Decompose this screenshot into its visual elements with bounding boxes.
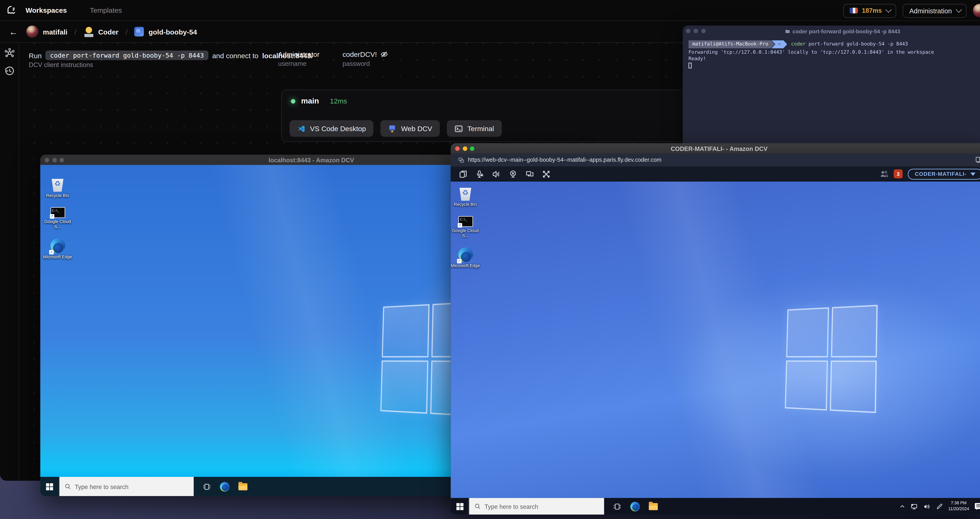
edge-icon: ↗ <box>50 239 65 253</box>
taskbar-edge-button[interactable] <box>220 482 229 491</box>
start-button[interactable] <box>40 477 59 496</box>
microphone-muted-icon[interactable] <box>476 170 484 178</box>
command-prompt-icon: C:\_↗ <box>50 207 65 218</box>
taskbar-search[interactable]: Type here to search <box>59 477 194 496</box>
dcv-client-instructions-link[interactable]: DCV client instructions <box>29 61 93 68</box>
webcam-off-icon[interactable] <box>509 170 517 178</box>
site-icon <box>458 157 464 163</box>
back-arrow-icon[interactable]: ← <box>9 27 18 37</box>
taskbar-clock[interactable]: 7:38 PM 11/20/2024 <box>948 501 969 512</box>
username-label: username <box>278 60 320 67</box>
template-emoji-icon <box>83 27 94 37</box>
left-sidebar <box>0 43 19 481</box>
coder-logo[interactable] <box>6 5 16 16</box>
file-explorer-button[interactable] <box>649 503 658 510</box>
search-icon <box>65 483 71 490</box>
window-title: CODER-MATIFALI- - Amazon DCV <box>450 145 980 152</box>
fullscreen-icon[interactable] <box>542 170 550 178</box>
port-forward-instructions: Run coder port-forward gold-booby-54 -p … <box>29 51 313 60</box>
agent-name: main <box>301 96 319 105</box>
dropdown-triangle-icon <box>970 172 975 175</box>
desktop-icon-google-cloud[interactable]: C:\_↗ Google Cloud S... <box>450 216 480 239</box>
desktop-icon-recycle-bin[interactable]: ♻ Recycle Bin <box>43 177 72 198</box>
terminal-button[interactable]: Terminal <box>447 120 501 137</box>
password-label: password <box>343 60 388 67</box>
desktop-icon-google-cloud[interactable]: C:\_↗ Google Cloud S... <box>43 207 72 230</box>
administration-menu[interactable]: Administration <box>903 3 967 18</box>
shortcut-arrow-icon: ↗ <box>49 214 54 219</box>
url-text[interactable]: https://web-dcv--main--gold-booby-54--ma… <box>468 157 662 163</box>
collaborators-icon[interactable] <box>880 170 889 178</box>
nav-workspaces[interactable]: Workspaces <box>25 6 67 14</box>
folder-icon <box>785 29 790 33</box>
terminal-body[interactable]: matifali@Atifs-MacBook-Pro ~ coder port-… <box>682 37 980 73</box>
breadcrumb-template[interactable]: Coder <box>98 28 119 35</box>
terminal-output-line: Ready! <box>689 56 980 62</box>
vscode-icon <box>298 124 305 132</box>
breadcrumb-workspace[interactable]: gold-booby-54 <box>149 28 197 35</box>
desktop-icon-edge[interactable]: ↗ Microsoft Edge <box>450 248 480 269</box>
chevron-down-icon <box>886 6 892 13</box>
top-navbar: Workspaces Templates 187ms Administratio… <box>0 0 980 21</box>
workspace-icon <box>134 27 144 37</box>
file-explorer-button[interactable] <box>239 483 248 490</box>
vscode-desktop-button[interactable]: VS Code Desktop <box>290 120 374 137</box>
shortcut-arrow-icon: ↗ <box>49 250 54 255</box>
breadcrumb-user[interactable]: matifali <box>43 28 68 35</box>
clipboard-icon[interactable] <box>459 170 467 178</box>
system-tray: 7:38 PM 11/20/2024 1 <box>900 498 980 515</box>
agent-status-dot <box>291 99 295 103</box>
web-dcv-button[interactable]: Web DCV <box>381 120 440 137</box>
owner-avatar <box>26 25 38 38</box>
speaker-icon[interactable] <box>492 170 500 178</box>
tray-expand-icon[interactable] <box>900 503 905 509</box>
eye-off-icon[interactable] <box>380 51 388 58</box>
nav-templates[interactable]: Templates <box>90 6 122 14</box>
start-button[interactable] <box>450 498 468 515</box>
username-value[interactable]: Administrator <box>278 51 320 58</box>
pen-icon[interactable] <box>936 503 943 510</box>
desktop-icon-edge[interactable]: ↗ Microsoft Edge <box>43 239 72 260</box>
dcv-window-coder-matifali: CODER-MATIFALI- - Amazon DCV https://web… <box>450 143 980 515</box>
network-icon[interactable] <box>911 503 918 510</box>
agent-latency: 12ms <box>330 97 347 105</box>
france-flag-icon <box>850 8 858 13</box>
page-action-icon[interactable] <box>975 157 980 163</box>
taskbar-edge-button[interactable] <box>630 501 640 511</box>
password-value[interactable]: coderDCV! <box>343 51 377 58</box>
dcv-monitor-icon <box>388 124 396 132</box>
command-name: coder <box>791 41 806 48</box>
windows-start-icon <box>456 503 463 510</box>
url-bar[interactable]: https://web-dcv--main--gold-booby-54--ma… <box>450 153 980 167</box>
recycle-bin-icon: ♻ <box>51 177 65 192</box>
windows-start-icon <box>46 483 53 490</box>
task-view-button[interactable] <box>203 482 211 490</box>
session-count-badge[interactable]: 3 <box>894 169 903 178</box>
command-args: port-forward gold-booby-54 -p 8443 <box>808 41 908 48</box>
terminal-window: coder port-forward gold-booby-54 -p 8443… <box>682 25 980 147</box>
port-forward-command[interactable]: coder port-forward gold-booby-54 -p 8443 <box>46 51 208 60</box>
task-view-button[interactable] <box>613 502 621 510</box>
user-avatar[interactable] <box>973 4 980 17</box>
command-prompt-icon: C:\_↗ <box>458 216 473 227</box>
shortcut-arrow-icon: ↗ <box>457 259 461 264</box>
resources-hub-icon[interactable] <box>5 48 15 58</box>
terminal-titlebar[interactable]: coder port-forward gold-booby-54 -p 8443 <box>682 25 980 36</box>
action-center-button[interactable]: 1 <box>974 502 980 510</box>
latency-pill[interactable]: 187ms <box>843 3 897 18</box>
window-titlebar[interactable]: CODER-MATIFALI- - Amazon DCV <box>450 143 980 153</box>
session-selector[interactable]: CODER-MATIFALI- <box>908 168 980 179</box>
notification-icon <box>974 502 980 510</box>
desktop-icon-recycle-bin[interactable]: ♻ Recycle Bin <box>450 185 480 207</box>
terminal-icon <box>455 124 463 132</box>
prompt-host: matifali@Atifs-MacBook-Pro <box>689 40 775 48</box>
shortcut-arrow-icon: ↗ <box>457 223 462 228</box>
volume-icon[interactable] <box>923 503 931 510</box>
multi-monitor-icon[interactable] <box>525 170 534 178</box>
taskbar-search[interactable]: Type here to search <box>469 498 604 515</box>
history-icon[interactable] <box>5 66 15 76</box>
screen: Workspaces Templates 187ms Administratio… <box>0 0 980 519</box>
latency-value: 187ms <box>862 7 882 14</box>
terminal-cursor <box>689 63 692 68</box>
credentials: Administrator username coderDCV! passwor… <box>278 51 388 67</box>
